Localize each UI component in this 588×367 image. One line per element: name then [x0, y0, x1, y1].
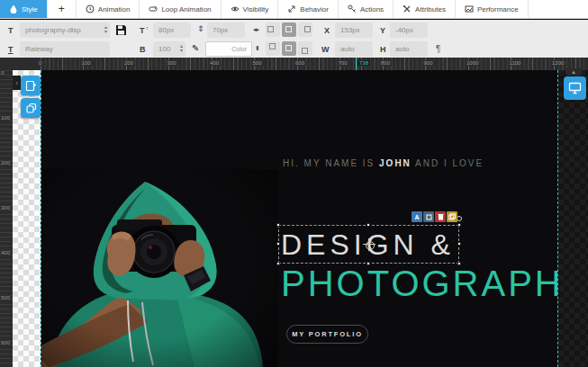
element-mini-toolbar: A [412, 211, 457, 222]
pages-panel-button[interactable] [21, 98, 41, 118]
element-settings-button[interactable] [423, 211, 434, 222]
tab-style[interactable]: Style [0, 0, 48, 18]
tagline-pre: HI. MY NAME IS [283, 158, 379, 168]
resize-handle-bottom-left[interactable] [276, 262, 280, 265]
clock-icon [86, 4, 95, 13]
font-size-icon: T [140, 26, 145, 35]
style-drop-icon [9, 4, 18, 13]
cursor-position-value: 738 [357, 60, 370, 66]
h-align-group [266, 22, 312, 37]
tab-style-label: Style [22, 5, 38, 13]
vertical-ruler[interactable]: 0100200300400500600 [0, 70, 13, 367]
page-canvas[interactable]: HI. MY NAME IS JOHN AND I LOVE DESIGN & … [41, 70, 558, 367]
h-ruler-label: 0 [37, 60, 43, 66]
h-ruler-label: 200 [122, 60, 135, 66]
line-height-field[interactable]: 70px [207, 22, 245, 38]
delete-element-button[interactable] [435, 211, 446, 222]
style-toolbar: T photography-disp ▴▾ T ↕ 80px ⇕ 70px ◂▸ [0, 20, 588, 58]
align-middle-button[interactable] [282, 41, 296, 56]
font-family-value: Raleway [25, 45, 53, 53]
v-ruler-label: 300 [1, 205, 10, 210]
headline-photography[interactable]: PHOTOGRAPHY [281, 264, 558, 304]
stepper-arrows-icon[interactable]: ▴▾ [104, 25, 107, 34]
tagline-name: JOHN [379, 158, 412, 168]
v-ruler-label: 200 [1, 160, 10, 166]
tab-actions[interactable]: Actions [339, 0, 394, 18]
align-left-button[interactable] [266, 22, 280, 37]
x-label: X [324, 26, 330, 35]
loop-icon [149, 4, 158, 13]
transform-origin-icon [364, 239, 375, 250]
v-ruler-label: 100 [1, 115, 10, 121]
width-field[interactable]: auto [335, 41, 373, 57]
x-position-value: 153px [340, 26, 360, 34]
element-selection-box[interactable] [278, 225, 459, 264]
tab-add-label: + [59, 3, 65, 15]
font-size-field[interactable]: 80px [153, 22, 191, 38]
h-distribute-icon: ◂▸ [253, 26, 259, 33]
intro-tagline[interactable]: HI. MY NAME IS JOHN AND I LOVE [283, 158, 484, 168]
v-distribute-icon: ⬍ [255, 45, 260, 52]
weight-stepper-icon[interactable]: ▴▾ [180, 44, 183, 53]
font-style-select[interactable]: photography-disp ▴▾ [20, 22, 110, 38]
tab-behavior[interactable]: Behavior [278, 0, 339, 18]
preview-desktop-button[interactable] [564, 76, 586, 100]
duplicate-element-button[interactable] [447, 211, 457, 222]
v-align-group [266, 41, 312, 56]
tab-performance[interactable]: Performance [456, 0, 529, 18]
collapse-panel-arrow[interactable]: ‹ [13, 76, 21, 90]
design-workspace: HI. MY NAME IS JOHN AND I LOVE DESIGN & … [0, 70, 588, 367]
resize-handle-top-left[interactable] [276, 223, 280, 227]
edit-text-button[interactable]: A [412, 211, 422, 222]
align-right-button[interactable] [298, 22, 312, 37]
w-label: W [321, 45, 330, 54]
resize-handle-top-center[interactable] [366, 223, 370, 227]
h-ruler-label: 900 [422, 60, 435, 66]
h-ruler-label: 500 [251, 60, 264, 66]
eye-icon [231, 4, 240, 13]
tab-loop-animation-label: Loop Animation [161, 5, 211, 13]
top-tab-bar: Style + Animation Loop Animation Visibil… [0, 0, 588, 19]
key-icon [348, 4, 357, 13]
x-position-field[interactable]: 153px [335, 22, 373, 38]
line-height-icon: ⇕ [197, 24, 204, 33]
image-icon [465, 4, 474, 13]
height-value: auto [395, 45, 410, 53]
h-ruler-label: 600 [294, 60, 306, 66]
horizontal-ruler[interactable]: 738 010020030040050060070080090010001100… [0, 58, 588, 70]
align-top-button[interactable] [266, 41, 280, 56]
photographer-photo[interactable] [41, 169, 278, 367]
add-page-button[interactable] [21, 76, 41, 95]
resize-handle-bottom-right[interactable] [457, 262, 461, 265]
tab-add[interactable]: + [48, 0, 77, 18]
cursor-position-marker [356, 58, 357, 70]
align-center-button[interactable] [282, 22, 296, 37]
width-value: auto [340, 45, 355, 53]
font-family-field[interactable]: Raleway [20, 41, 110, 57]
font-style-value: photography-disp [25, 26, 81, 34]
collapse-top-arrow[interactable]: ▲ [565, 68, 582, 76]
resize-handle-bottom-center[interactable] [366, 262, 370, 265]
font-weight-field[interactable]: 100 ▴▾ [153, 41, 185, 57]
resize-handle-mid-right[interactable] [457, 242, 461, 246]
tab-visibility[interactable]: Visibility [222, 0, 279, 18]
color-swatch[interactable]: Color [205, 41, 252, 57]
pen-icon[interactable]: ✎ [192, 43, 199, 53]
align-bottom-button[interactable] [298, 41, 312, 56]
v-ruler-label: 0 [1, 70, 4, 76]
tools-icon [403, 4, 412, 13]
v-ruler-label: 400 [1, 250, 10, 255]
resize-handle-top-right[interactable] [457, 223, 461, 227]
offcanvas-area-right [558, 70, 588, 367]
tab-visibility-label: Visibility [243, 5, 269, 13]
tab-attributes[interactable]: Attributes [394, 0, 456, 18]
save-style-button[interactable] [115, 23, 127, 40]
y-position-field[interactable]: -40px [390, 22, 428, 38]
resize-handle-mid-left[interactable] [276, 242, 280, 246]
tab-loop-animation[interactable]: Loop Animation [140, 0, 221, 18]
paragraph-icon[interactable]: ¶ [436, 44, 440, 54]
height-field[interactable]: auto [390, 41, 428, 57]
y-label: Y [380, 26, 385, 35]
tab-animation[interactable]: Animation [77, 0, 140, 18]
my-portfolio-button[interactable]: MY PORTFOLIO [286, 325, 368, 344]
